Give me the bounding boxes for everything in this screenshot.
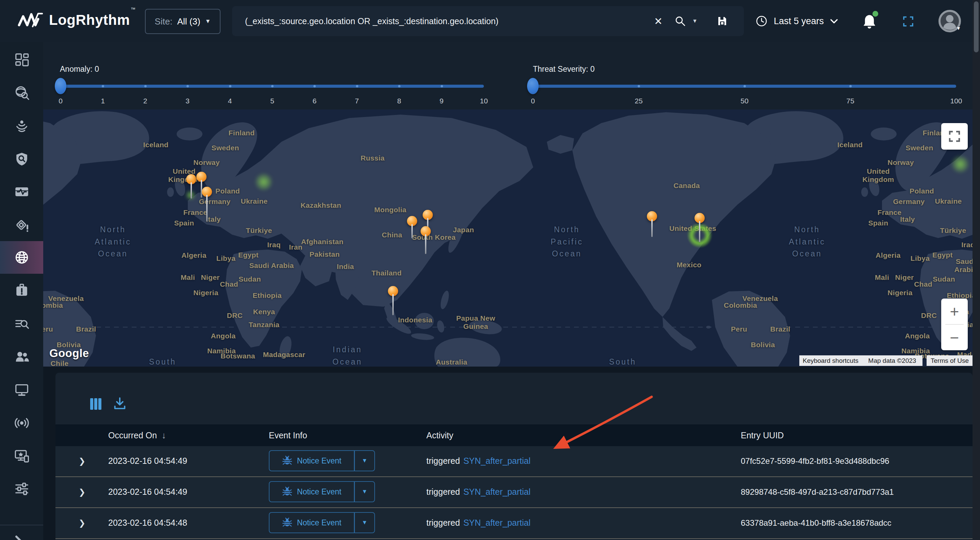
notice-event-split-button[interactable]: Notice Event ▼ — [269, 481, 375, 502]
anomaly-slider-handle[interactable] — [55, 78, 66, 94]
sidebar-item-discover[interactable] — [0, 76, 43, 109]
sidebar-item-network-activity[interactable] — [0, 407, 43, 439]
table-header-row: Occurred On↓ Event Info Activity Entry U… — [56, 424, 972, 447]
list-search-icon — [14, 316, 30, 332]
slider-tick-label: 4 — [228, 97, 232, 105]
zoom-in-button[interactable]: + — [941, 299, 968, 324]
map-pin-stem — [392, 294, 394, 315]
column-header-occurred-on[interactable]: Occurred On↓ — [108, 424, 166, 446]
geo-map[interactable]: Google + − FinlandFinlandIcelandIcelandS… — [43, 110, 972, 367]
map-glow-marker — [951, 155, 969, 173]
sidebar-item-health-monitor[interactable] — [0, 175, 43, 208]
row-expander[interactable]: ❯ — [79, 477, 86, 507]
column-picker-icon[interactable] — [89, 397, 102, 412]
map-attribution-keyboard-shortcuts[interactable]: Keyboard shortcuts — [799, 355, 862, 366]
notice-event-split-button[interactable]: Notice Event ▼ — [269, 450, 375, 471]
slider-step-dot — [144, 85, 147, 87]
user-avatar[interactable]: ▼ — [939, 10, 961, 32]
slider-tick-label: 2 — [143, 97, 147, 105]
threat-slider-handle[interactable] — [527, 78, 539, 94]
map-pin[interactable] — [647, 211, 657, 221]
zoom-out-button[interactable]: − — [941, 325, 968, 350]
map-pin[interactable] — [407, 216, 417, 226]
download-icon[interactable] — [113, 397, 127, 412]
notice-event-split-button[interactable]: Notice Event ▼ — [269, 512, 375, 533]
site-value: All (3) — [177, 16, 200, 27]
activity-link[interactable]: SYN_after_partial — [463, 487, 530, 497]
sidebar-item-log-search[interactable] — [0, 308, 43, 340]
sidebar-item-deployment-manager[interactable] — [0, 440, 43, 472]
threat-slider-track[interactable]: 0255075100 — [533, 85, 956, 88]
clear-search-icon[interactable]: ✕ — [654, 6, 662, 36]
activity-link[interactable]: SYN_after_partial — [463, 518, 530, 528]
activity-cell: triggeredSYN_after_partial — [426, 477, 530, 507]
filters-strip: Anomaly: 0 012345678910 Threat Severity:… — [43, 42, 972, 110]
sidebar-item-security-analytics[interactable] — [0, 143, 43, 175]
shield-search-icon — [14, 151, 30, 167]
sort-desc-icon[interactable]: ↓ — [162, 430, 166, 441]
table-row[interactable]: ❯ 2023-02-16 04:54:48 Notice Event ▼ tri… — [56, 508, 972, 539]
notice-event-button[interactable]: Notice Event — [269, 512, 355, 533]
notice-event-button[interactable]: Notice Event — [269, 481, 355, 502]
sidebar-item-settings[interactable] — [0, 472, 43, 505]
fullscreen-button[interactable] — [902, 16, 914, 29]
map-pin[interactable] — [202, 187, 212, 197]
time-range-picker[interactable]: Last 5 years — [756, 0, 838, 42]
map-pin[interactable] — [423, 210, 433, 220]
sidebar-item-threat-activity[interactable] — [0, 109, 43, 142]
site-selector[interactable]: Site: All (3) ▼ — [145, 9, 221, 34]
map-pin[interactable] — [186, 174, 196, 184]
anomaly-slider-track[interactable]: 012345678910 — [60, 85, 484, 88]
sidebar-item-cases[interactable] — [0, 274, 43, 307]
sidebar-item-alarms[interactable] — [0, 209, 43, 242]
page-scrollbar[interactable] — [972, 0, 980, 540]
sidebar-item-geo-map[interactable] — [0, 241, 43, 274]
map-pin-stem — [411, 224, 413, 238]
column-header-activity[interactable]: Activity — [426, 424, 453, 446]
logrhythm-logo: LogRhythm™ — [18, 10, 135, 30]
world-map-shapes — [43, 110, 972, 367]
map-fullscreen-button[interactable] — [941, 123, 968, 149]
scrollbar-thumb[interactable] — [974, 2, 978, 52]
people-icon — [14, 349, 30, 365]
sidebar-item-dashboard[interactable] — [0, 43, 43, 76]
slider-tick-label: 75 — [846, 97, 854, 105]
sidebar-item-endpoints[interactable] — [0, 373, 43, 406]
save-search-icon[interactable] — [717, 6, 727, 36]
map-pin[interactable] — [196, 172, 207, 182]
search-icon[interactable] — [675, 6, 686, 36]
broadcast-icon — [14, 415, 30, 431]
map-pin[interactable] — [388, 286, 398, 296]
row-expander[interactable]: ❯ — [79, 446, 86, 476]
search-options-caret-icon[interactable]: ▼ — [692, 6, 698, 36]
table-row[interactable]: ❯ 2023-02-16 04:54:49 Notice Event ▼ tri… — [56, 477, 972, 508]
google-logo: Google — [49, 347, 89, 360]
slider-step-dot — [743, 85, 746, 87]
row-expander[interactable]: ❯ — [79, 508, 86, 538]
search-query-input[interactable]: (_exists_:source.geo.location OR _exists… — [232, 6, 744, 36]
map-attribution-terms-of-use[interactable]: Terms of Use — [927, 355, 972, 366]
map-glow-marker — [255, 173, 273, 191]
fullscreen-icon — [902, 16, 914, 27]
map-attribution-map-data[interactable]: Map data ©2023 — [862, 355, 923, 366]
slider-step-dot — [102, 85, 104, 87]
table-row[interactable]: ❯ 2023-02-16 04:54:49 Notice Event ▼ tri… — [56, 446, 972, 477]
map-pin[interactable] — [421, 226, 431, 236]
sidebar-collapse-icon[interactable] — [14, 535, 27, 540]
notifications-button[interactable] — [862, 14, 878, 30]
left-nav-sidebar — [0, 42, 43, 540]
sidebar-item-entities[interactable] — [0, 340, 43, 373]
slider-step-dot — [186, 85, 189, 87]
notice-event-dropdown[interactable]: ▼ — [355, 450, 375, 471]
slider-tick-label: 3 — [185, 97, 189, 105]
notice-event-dropdown[interactable]: ▼ — [355, 512, 375, 533]
column-header-entry-uuid[interactable]: Entry UUID — [741, 424, 784, 446]
bug-icon — [282, 518, 292, 528]
notice-event-dropdown[interactable]: ▼ — [355, 481, 375, 502]
site-label: Site: — [155, 16, 172, 27]
map-pin[interactable] — [695, 213, 705, 223]
pulse-card-icon — [14, 184, 30, 200]
notice-event-button[interactable]: Notice Event — [269, 450, 355, 471]
activity-link[interactable]: SYN_after_partial — [463, 456, 530, 466]
column-header-event-info[interactable]: Event Info — [269, 424, 307, 446]
